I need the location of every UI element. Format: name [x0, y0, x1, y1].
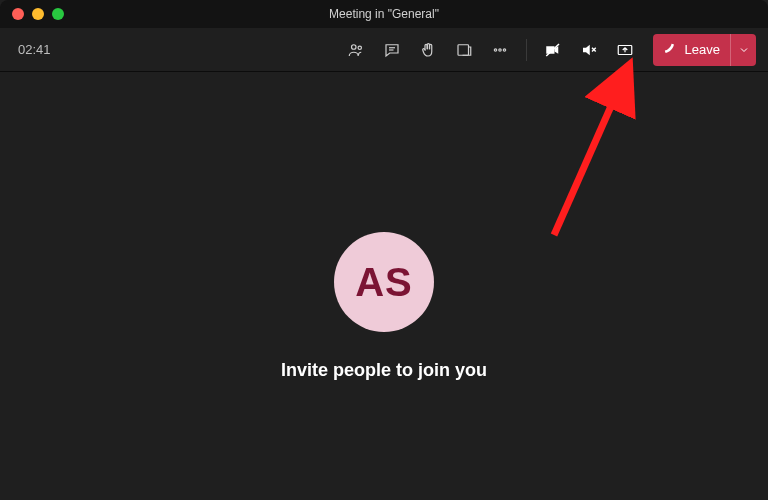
minimize-window-button[interactable] [32, 8, 44, 20]
window-title: Meeting in "General" [0, 7, 768, 21]
speaker-muted-icon [580, 41, 598, 59]
camera-toggle-button[interactable] [537, 34, 569, 66]
svg-point-7 [503, 48, 505, 50]
leave-menu-button[interactable] [730, 34, 756, 66]
rooms-button[interactable] [448, 34, 480, 66]
more-actions-button[interactable] [484, 34, 516, 66]
chat-button[interactable] [376, 34, 408, 66]
meeting-stage: AS Invite people to join you [0, 72, 768, 500]
more-icon [491, 41, 509, 59]
window-titlebar: Meeting in "General" [0, 0, 768, 28]
mic-toggle-button[interactable] [573, 34, 605, 66]
svg-rect-4 [458, 44, 469, 55]
invite-prompt: Invite people to join you [281, 360, 487, 381]
window-controls [0, 8, 64, 20]
svg-point-5 [494, 48, 496, 50]
chevron-down-icon [738, 44, 750, 56]
close-window-button[interactable] [12, 8, 24, 20]
rooms-icon [455, 41, 473, 59]
share-tray-icon [616, 41, 634, 59]
people-icon [347, 41, 365, 59]
participant-avatar: AS [334, 232, 434, 332]
svg-point-0 [351, 44, 356, 49]
hand-icon [419, 41, 437, 59]
toolbar-divider [526, 39, 527, 61]
chat-icon [383, 41, 401, 59]
meeting-timer: 02:41 [12, 42, 51, 57]
meeting-toolbar: 02:41 Leave [0, 28, 768, 72]
leave-button[interactable]: Leave [653, 34, 730, 66]
leave-label: Leave [685, 42, 720, 57]
hangup-icon [663, 42, 679, 58]
avatar-initials: AS [355, 260, 413, 305]
raise-hand-button[interactable] [412, 34, 444, 66]
participants-button[interactable] [340, 34, 372, 66]
leave-button-group: Leave [653, 34, 756, 66]
svg-point-6 [498, 48, 500, 50]
svg-point-1 [358, 46, 361, 49]
camera-off-icon [544, 41, 562, 59]
maximize-window-button[interactable] [52, 8, 64, 20]
share-screen-button[interactable] [609, 34, 641, 66]
